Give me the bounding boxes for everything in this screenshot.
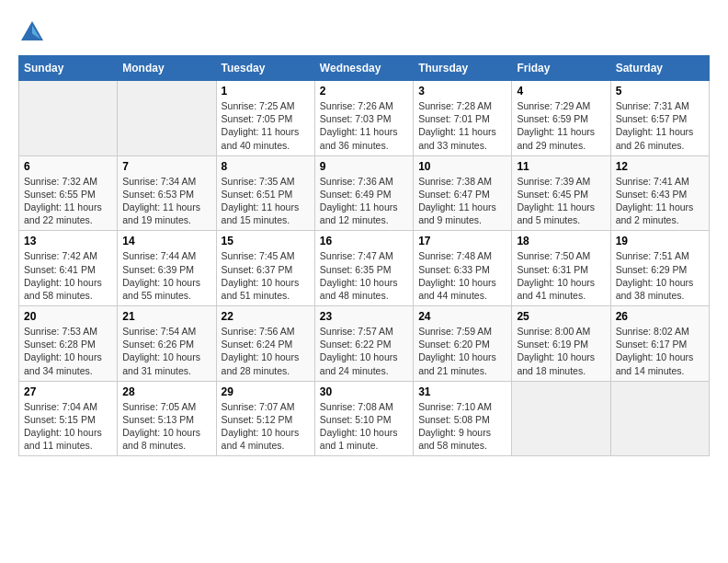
day-number: 13	[24, 235, 112, 247]
calendar-cell: 12Sunrise: 7:41 AMSunset: 6:43 PMDayligh…	[610, 155, 709, 231]
day-number: 1	[222, 85, 310, 98]
calendar-week-5: 27Sunrise: 7:04 AMSunset: 5:15 PMDayligh…	[19, 381, 710, 456]
weekday-header-tuesday: Tuesday	[216, 56, 314, 81]
cell-info: Sunrise: 7:32 AMSunset: 6:55 PMDaylight:…	[24, 175, 112, 227]
calendar-cell: 23Sunrise: 7:57 AMSunset: 6:22 PMDayligh…	[314, 306, 413, 382]
cell-info: Sunrise: 7:38 AMSunset: 6:47 PMDaylight:…	[418, 175, 506, 227]
cell-info: Sunrise: 7:57 AMSunset: 6:22 PMDaylight:…	[320, 325, 408, 377]
day-number: 16	[320, 235, 408, 247]
cell-info: Sunrise: 7:47 AMSunset: 6:35 PMDaylight:…	[320, 249, 408, 302]
calendar-cell: 28Sunrise: 7:05 AMSunset: 5:13 PMDayligh…	[118, 381, 216, 456]
calendar-cell: 30Sunrise: 7:08 AMSunset: 5:10 PMDayligh…	[314, 381, 413, 456]
day-number: 22	[222, 310, 310, 323]
cell-info: Sunrise: 7:59 AMSunset: 6:20 PMDaylight:…	[418, 325, 506, 377]
calendar-cell: 4Sunrise: 7:29 AMSunset: 6:59 PMDaylight…	[512, 81, 610, 156]
weekday-header-sunday: Sunday	[19, 56, 118, 81]
cell-info: Sunrise: 7:53 AMSunset: 6:28 PMDaylight:…	[24, 325, 112, 377]
calendar-cell: 16Sunrise: 7:47 AMSunset: 6:35 PMDayligh…	[314, 231, 413, 306]
day-number: 10	[418, 160, 506, 173]
day-number: 15	[222, 235, 310, 247]
calendar-cell: 22Sunrise: 7:56 AMSunset: 6:24 PMDayligh…	[216, 306, 314, 382]
cell-info: Sunrise: 7:45 AMSunset: 6:37 PMDaylight:…	[222, 249, 310, 302]
day-number: 29	[222, 385, 310, 398]
day-number: 27	[24, 385, 112, 398]
cell-info: Sunrise: 7:34 AMSunset: 6:53 PMDaylight:…	[122, 175, 210, 227]
day-number: 17	[418, 235, 506, 247]
calendar-cell: 13Sunrise: 7:42 AMSunset: 6:41 PMDayligh…	[19, 231, 118, 306]
calendar-cell: 19Sunrise: 7:51 AMSunset: 6:29 PMDayligh…	[610, 231, 709, 306]
day-number: 18	[517, 235, 605, 247]
calendar-cell: 24Sunrise: 7:59 AMSunset: 6:20 PMDayligh…	[414, 306, 512, 382]
day-number: 5	[616, 85, 704, 98]
calendar-cell: 14Sunrise: 7:44 AMSunset: 6:39 PMDayligh…	[118, 231, 216, 306]
day-number: 23	[320, 310, 408, 323]
cell-info: Sunrise: 7:04 AMSunset: 5:15 PMDaylight:…	[24, 400, 112, 453]
calendar-cell	[19, 81, 118, 156]
cell-info: Sunrise: 7:44 AMSunset: 6:39 PMDaylight:…	[122, 249, 210, 302]
cell-info: Sunrise: 7:28 AMSunset: 7:01 PMDaylight:…	[418, 99, 506, 152]
calendar-cell: 1Sunrise: 7:25 AMSunset: 7:05 PMDaylight…	[216, 81, 314, 156]
day-number: 24	[418, 310, 506, 323]
cell-info: Sunrise: 7:26 AMSunset: 7:03 PMDaylight:…	[320, 99, 408, 152]
logo-icon	[18, 18, 46, 46]
day-number: 30	[320, 385, 408, 398]
cell-info: Sunrise: 7:35 AMSunset: 6:51 PMDaylight:…	[222, 175, 310, 227]
calendar-week-1: 1Sunrise: 7:25 AMSunset: 7:05 PMDaylight…	[19, 81, 710, 156]
calendar-cell: 11Sunrise: 7:39 AMSunset: 6:45 PMDayligh…	[512, 155, 610, 231]
cell-info: Sunrise: 7:48 AMSunset: 6:33 PMDaylight:…	[418, 249, 506, 302]
calendar-cell: 3Sunrise: 7:28 AMSunset: 7:01 PMDaylight…	[414, 81, 512, 156]
cell-info: Sunrise: 8:00 AMSunset: 6:19 PMDaylight:…	[517, 325, 605, 377]
calendar-cell: 15Sunrise: 7:45 AMSunset: 6:37 PMDayligh…	[216, 231, 314, 306]
calendar-table: SundayMondayTuesdayWednesdayThursdayFrid…	[18, 55, 710, 456]
cell-info: Sunrise: 7:08 AMSunset: 5:10 PMDaylight:…	[320, 400, 408, 453]
calendar-cell: 29Sunrise: 7:07 AMSunset: 5:12 PMDayligh…	[216, 381, 314, 456]
logo	[18, 18, 50, 46]
calendar-cell: 2Sunrise: 7:26 AMSunset: 7:03 PMDaylight…	[314, 81, 413, 156]
weekday-header-saturday: Saturday	[610, 56, 709, 81]
weekday-header-wednesday: Wednesday	[314, 56, 413, 81]
day-number: 14	[122, 235, 210, 247]
cell-info: Sunrise: 7:36 AMSunset: 6:49 PMDaylight:…	[320, 175, 408, 227]
day-number: 8	[222, 160, 310, 173]
day-number: 19	[616, 235, 704, 247]
cell-info: Sunrise: 7:31 AMSunset: 6:57 PMDaylight:…	[616, 99, 704, 152]
day-number: 4	[517, 85, 605, 98]
calendar-week-2: 6Sunrise: 7:32 AMSunset: 6:55 PMDaylight…	[19, 155, 710, 231]
day-number: 7	[122, 160, 210, 173]
day-number: 9	[320, 160, 408, 173]
weekday-header-monday: Monday	[118, 56, 216, 81]
day-number: 12	[616, 160, 704, 173]
cell-info: Sunrise: 7:51 AMSunset: 6:29 PMDaylight:…	[616, 249, 704, 302]
day-number: 25	[517, 310, 605, 323]
calendar-week-4: 20Sunrise: 7:53 AMSunset: 6:28 PMDayligh…	[19, 306, 710, 382]
cell-info: Sunrise: 7:29 AMSunset: 6:59 PMDaylight:…	[517, 99, 605, 152]
cell-info: Sunrise: 7:10 AMSunset: 5:08 PMDaylight:…	[418, 400, 506, 453]
cell-info: Sunrise: 7:54 AMSunset: 6:26 PMDaylight:…	[122, 325, 210, 377]
cell-info: Sunrise: 7:41 AMSunset: 6:43 PMDaylight:…	[616, 175, 704, 227]
day-number: 31	[418, 385, 506, 398]
cell-info: Sunrise: 7:56 AMSunset: 6:24 PMDaylight:…	[222, 325, 310, 377]
cell-info: Sunrise: 7:07 AMSunset: 5:12 PMDaylight:…	[222, 400, 310, 453]
day-number: 26	[616, 310, 704, 323]
cell-info: Sunrise: 7:42 AMSunset: 6:41 PMDaylight:…	[24, 249, 112, 302]
weekday-header-thursday: Thursday	[414, 56, 512, 81]
cell-info: Sunrise: 7:05 AMSunset: 5:13 PMDaylight:…	[122, 400, 210, 453]
calendar-cell: 10Sunrise: 7:38 AMSunset: 6:47 PMDayligh…	[414, 155, 512, 231]
cell-info: Sunrise: 7:39 AMSunset: 6:45 PMDaylight:…	[517, 175, 605, 227]
weekday-header-row: SundayMondayTuesdayWednesdayThursdayFrid…	[19, 56, 710, 81]
calendar-cell: 26Sunrise: 8:02 AMSunset: 6:17 PMDayligh…	[610, 306, 709, 382]
calendar-cell	[512, 381, 610, 456]
day-number: 6	[24, 160, 112, 173]
calendar-cell	[118, 81, 216, 156]
calendar-cell: 31Sunrise: 7:10 AMSunset: 5:08 PMDayligh…	[414, 381, 512, 456]
cell-info: Sunrise: 8:02 AMSunset: 6:17 PMDaylight:…	[616, 325, 704, 377]
calendar-cell	[610, 381, 709, 456]
day-number: 21	[122, 310, 210, 323]
calendar-cell: 8Sunrise: 7:35 AMSunset: 6:51 PMDaylight…	[216, 155, 314, 231]
calendar-cell: 5Sunrise: 7:31 AMSunset: 6:57 PMDaylight…	[610, 81, 709, 156]
cell-info: Sunrise: 7:50 AMSunset: 6:31 PMDaylight:…	[517, 249, 605, 302]
cell-info: Sunrise: 7:25 AMSunset: 7:05 PMDaylight:…	[222, 99, 310, 152]
day-number: 28	[122, 385, 210, 398]
calendar-cell: 18Sunrise: 7:50 AMSunset: 6:31 PMDayligh…	[512, 231, 610, 306]
calendar-cell: 9Sunrise: 7:36 AMSunset: 6:49 PMDaylight…	[314, 155, 413, 231]
